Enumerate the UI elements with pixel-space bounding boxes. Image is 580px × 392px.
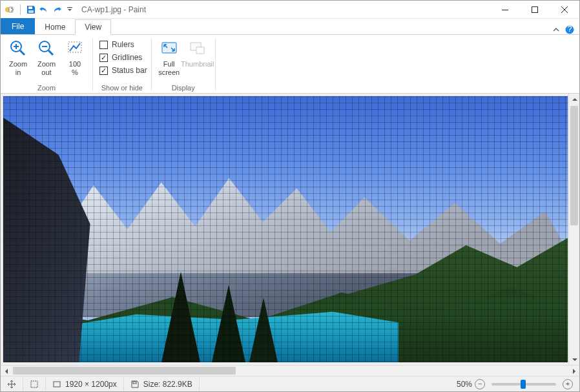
zoom-in-icon <box>8 38 28 59</box>
statusbar-checkbox[interactable]: Status bar <box>97 64 147 77</box>
dimensions-value: 1920 × 1200px <box>65 380 117 389</box>
vertical-scrollbar[interactable] <box>568 94 579 365</box>
svg-rect-25 <box>133 382 136 384</box>
horizontal-scrollbar[interactable] <box>1 365 579 376</box>
vscroll-thumb[interactable] <box>570 106 578 225</box>
zoom-in-button[interactable]: Zoom in <box>5 37 32 78</box>
canvas-area[interactable] <box>1 94 579 365</box>
canvas[interactable] <box>3 96 568 362</box>
svg-rect-22 <box>196 47 204 54</box>
zoom-percent-value: 50% <box>457 380 472 389</box>
zoom-out-button[interactable]: Zoom out <box>33 37 60 78</box>
hscroll-thumb[interactable] <box>13 367 236 375</box>
vscroll-track[interactable] <box>569 105 579 354</box>
undo-icon[interactable] <box>39 5 49 15</box>
scroll-left-icon[interactable] <box>1 366 12 377</box>
svg-rect-8 <box>502 10 508 10</box>
zoom-out-icon <box>36 38 57 59</box>
svg-rect-7 <box>67 7 72 8</box>
checkbox-icon <box>99 41 108 49</box>
zoom-slider-thumb[interactable] <box>521 380 526 389</box>
zoom-slider[interactable] <box>492 383 556 386</box>
file-size-value: Size: 822.9KB <box>143 380 192 389</box>
svg-rect-24 <box>54 382 60 387</box>
svg-point-3 <box>12 9 14 10</box>
checkbox-checked-icon <box>99 54 108 62</box>
app-icon <box>5 5 15 15</box>
ribbon: Zoom in Zoom out 100 % Zoom <box>1 34 579 94</box>
help-icon[interactable]: ? <box>565 25 574 34</box>
svg-text:?: ? <box>568 25 572 34</box>
redo-icon[interactable] <box>52 5 62 15</box>
cursor-pos-icon <box>7 380 16 389</box>
paint-window: CA-wp1.jpg - Paint File Home View ? <box>0 0 580 392</box>
group-label-display: Display <box>172 84 195 92</box>
svg-line-13 <box>20 50 25 55</box>
window-title: CA-wp1.jpg - Paint <box>81 5 146 14</box>
disk-icon <box>130 380 140 389</box>
image-content <box>3 96 568 362</box>
thumbnail-button: Thumbnail <box>184 37 211 70</box>
svg-rect-9 <box>532 6 538 12</box>
hscroll-track[interactable] <box>12 366 568 376</box>
maximize-button[interactable] <box>520 1 550 19</box>
close-button[interactable] <box>550 1 579 19</box>
selection-size-cell <box>23 377 45 391</box>
selection-icon <box>30 380 39 389</box>
workspace <box>1 94 579 376</box>
group-label-zoom: Zoom <box>37 84 56 92</box>
tab-view[interactable]: View <box>75 19 111 35</box>
checkbox-checked-icon <box>99 67 108 75</box>
svg-point-4 <box>11 10 12 12</box>
zoom-100-button[interactable]: 100 % <box>61 37 88 78</box>
scroll-down-icon[interactable] <box>569 354 579 365</box>
rulers-checkbox[interactable]: Rulers <box>97 38 147 51</box>
zoom-100-icon <box>65 38 85 59</box>
zoom-out-status-button[interactable]: − <box>475 379 485 389</box>
svg-line-17 <box>48 50 53 55</box>
minimize-button[interactable] <box>490 1 520 19</box>
file-size-cell: Size: 822.9KB <box>124 377 199 391</box>
tab-home[interactable]: Home <box>35 19 75 34</box>
collapse-ribbon-icon[interactable] <box>552 26 560 34</box>
group-label-show: Show or hide <box>97 84 147 92</box>
qat-separator <box>20 5 21 15</box>
full-screen-icon <box>159 38 180 59</box>
image-dimensions-cell: 1920 × 1200px <box>46 377 123 391</box>
svg-rect-6 <box>28 10 34 13</box>
full-screen-button[interactable]: Full screen <box>156 37 183 78</box>
dimensions-icon <box>52 380 61 389</box>
cursor-position-cell <box>1 377 23 391</box>
svg-point-2 <box>11 8 12 9</box>
group-display: Full screen Thumbnail Display <box>152 35 215 93</box>
thumbnail-icon <box>187 38 208 59</box>
statusbar: 1920 × 1200px Size: 822.9KB 50% − + <box>1 376 579 391</box>
scroll-right-icon[interactable] <box>568 366 579 377</box>
svg-rect-23 <box>31 381 37 387</box>
save-icon[interactable] <box>26 5 36 15</box>
group-zoom: Zoom in Zoom out 100 % Zoom <box>1 35 92 93</box>
svg-rect-5 <box>28 6 32 9</box>
scroll-up-icon[interactable] <box>569 94 579 105</box>
ribbon-tabs: File Home View ? <box>1 19 579 34</box>
qat-customize-icon[interactable] <box>65 5 75 15</box>
gridlines-checkbox[interactable]: Gridlines <box>97 51 147 64</box>
titlebar: CA-wp1.jpg - Paint <box>1 1 579 19</box>
zoom-in-status-button[interactable]: + <box>563 379 573 389</box>
group-show-hide: Rulers Gridlines Status bar Show or hide <box>93 35 151 93</box>
tab-file[interactable]: File <box>1 18 35 34</box>
